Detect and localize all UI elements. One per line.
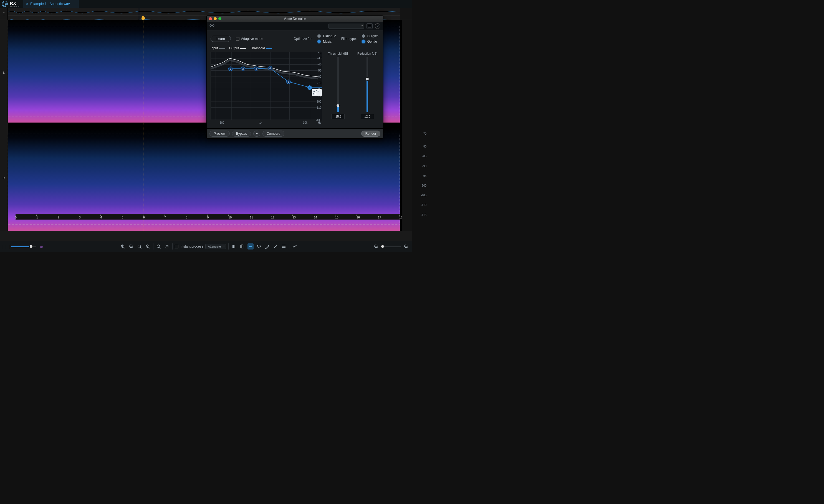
instant-process-checkbox[interactable] [175,245,178,248]
threshold-value[interactable]: -15.8 [331,114,344,119]
window-minimize-icon[interactable] [214,17,217,20]
threshold-slider-label: Threshold [dB] [328,52,348,55]
product-label: RX ADVANCED [9,0,23,8]
svg-point-8 [157,245,160,248]
channel-left-label: L [0,20,8,125]
time-select-tool-icon[interactable] [231,243,237,250]
svg-rect-12 [249,246,252,247]
time-ruler[interactable]: sec 0123456789101112131415161718 [15,214,400,220]
vzoom-slider[interactable] [382,246,401,247]
legend-threshold-swatch [266,48,272,49]
zoom-out-icon[interactable] [128,243,134,250]
voice-denoise-panel: Voice De-noise ? Learn Adaptive mode Opt… [206,15,384,139]
bottom-toolbar: ❘❘❘ ≋ Instant process Attenuate [0,241,412,252]
vzoom-in-icon[interactable] [403,243,409,250]
svg-point-13 [257,245,261,247]
radio-gentle[interactable] [362,40,365,43]
bypass-button[interactable]: Bypass [232,131,251,137]
zoom-tool-icon[interactable] [156,243,162,250]
compare-button[interactable]: Compare [263,131,284,137]
connect-nodes-icon[interactable] [292,243,298,250]
spectrogram-view-icon[interactable]: ≋ [38,243,44,250]
eq-node-2[interactable]: 2 [241,67,245,71]
radio-music[interactable] [317,40,321,43]
zoom-selection-icon[interactable] [136,243,142,250]
timefreq-select-tool-icon[interactable] [239,243,245,250]
preview-button[interactable]: Preview [209,131,230,137]
eq-node-tooltip: -77.2 dB [312,89,322,96]
zoom-in-icon[interactable] [120,243,126,250]
legend-output-label: Output [229,46,239,50]
zoom-fit-icon[interactable] [145,243,151,250]
filter-type-label: Filter type: [341,37,357,41]
playhead-line [143,20,143,231]
svg-point-6 [138,245,141,248]
render-button[interactable]: Render [361,131,380,137]
brush-tool-icon[interactable] [264,243,270,250]
file-tab[interactable]: × Example 1 - Acoustic.wav [23,0,79,8]
eq-node-1[interactable]: 1 [228,67,233,71]
waveform-view-icon[interactable]: ❘❘❘ [3,243,9,250]
preset-dropdown[interactable] [328,24,364,28]
threshold-slider[interactable] [337,57,339,112]
file-tab-label: Example 1 - Acoustic.wav [30,2,70,6]
harmonic-select-icon[interactable] [281,243,287,250]
channel-right-label: R [0,125,8,231]
reduction-slider-label: Reduction [dB] [357,52,377,55]
svg-rect-11 [241,245,243,248]
playhead-marker-icon[interactable] [141,16,145,20]
svg-point-18 [211,25,212,26]
lasso-tool-icon[interactable] [256,243,262,250]
instant-process-mode-dropdown[interactable]: Attenuate [205,244,226,249]
vzoom-out-icon[interactable] [373,243,379,250]
legend-input-swatch [219,48,225,49]
filter-type-radiogroup: SurgicalGentle [362,34,379,43]
learn-button[interactable]: Learn [211,36,231,42]
instant-process-label: Instant process [181,245,203,248]
window-zoom-icon[interactable] [218,17,221,20]
window-close-icon[interactable] [209,17,212,20]
svg-rect-10 [234,245,235,248]
add-compare-button[interactable]: + [253,131,260,137]
panel-titlebar[interactable]: Voice De-noise [207,16,383,22]
wand-tool-icon[interactable] [273,243,279,250]
legend-input-label: Input [211,46,218,50]
help-icon[interactable]: ? [375,23,380,29]
hamburger-menu-icon[interactable] [367,23,373,29]
optimize-for-radiogroup: DialogueMusic [317,34,336,43]
svg-rect-9 [232,245,234,248]
freq-select-tool-icon[interactable] [247,243,253,250]
izotope-logo-icon [0,0,9,8]
legend-threshold-label: Threshold [250,46,265,50]
eq-node-4[interactable]: 4 [268,66,273,71]
svg-point-1 [3,2,7,6]
eq-node-3[interactable]: 3 [254,67,258,71]
svg-point-15 [295,245,296,246]
adaptive-mode-label: Adaptive mode [241,37,263,41]
radio-surgical[interactable] [362,34,365,38]
reduction-value[interactable]: 12.0 [361,114,374,119]
optimize-for-label: Optimize for: [294,37,312,41]
spec-wave-mix-slider[interactable] [11,246,36,247]
svg-point-0 [4,3,6,5]
adaptive-mode-checkbox[interactable] [236,37,239,41]
svg-point-14 [293,247,294,248]
radio-dialogue[interactable] [317,34,321,38]
panel-title-label: Voice De-noise [284,17,306,21]
denoise-eq-graph[interactable]: Hz -30-40-50-60-70-80-90-100-110-130dB10… [211,52,322,120]
close-icon[interactable]: × [26,2,28,6]
eq-node-5[interactable]: 5 [286,80,291,84]
reduction-slider[interactable] [367,57,368,112]
hand-tool-icon[interactable] [164,243,170,250]
legend-output-swatch [240,48,246,49]
eq-node-6[interactable]: 6 [307,85,312,90]
overview-collapse-toggle[interactable]: ⌄⌃ [0,8,8,20]
eye-icon[interactable] [209,24,214,28]
